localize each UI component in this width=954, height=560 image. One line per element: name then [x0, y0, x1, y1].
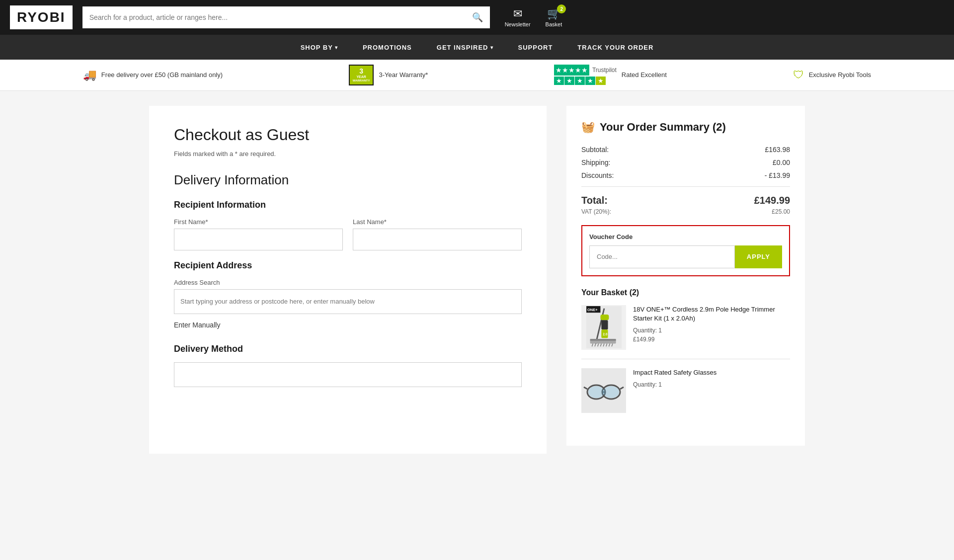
navigation: SHOP BY ▾ PROMOTIONS GET INSPIRED ▾ SUPP…	[0, 35, 954, 60]
voucher-section: Voucher Code APPLY	[581, 225, 790, 276]
product-image-1: ONE+ ONE+	[581, 305, 626, 350]
voucher-row: APPLY	[589, 245, 782, 268]
chevron-down-icon: ▾	[335, 45, 338, 50]
promo-delivery: 🚚 Free delivery over £50 (GB mainland on…	[83, 69, 223, 81]
discounts-label: Discounts:	[581, 171, 614, 179]
svg-text:ONE+: ONE+	[587, 308, 597, 313]
nav-item-support[interactable]: SUPPORT	[518, 44, 553, 51]
shipping-row: Shipping: £0.00	[581, 159, 790, 166]
basket-item: ONE+ ONE+	[581, 305, 790, 359]
nav-item-promotions[interactable]: PROMOTIONS	[363, 44, 412, 51]
vat-value: £25.00	[772, 208, 790, 215]
basket-item-2: Impact Rated Safety Glasses Quantity: 1	[581, 368, 790, 422]
recipient-info-title: Recipient Information	[174, 200, 522, 210]
first-name-input[interactable]	[174, 229, 343, 250]
vat-row: VAT (20%): £25.00	[581, 208, 790, 215]
shipping-value: £0.00	[773, 159, 790, 166]
last-name-group: Last Name*	[353, 218, 522, 250]
address-search-input[interactable]	[174, 289, 522, 314]
search-bar: 🔍	[82, 6, 490, 28]
product-image-2	[581, 368, 626, 413]
svg-point-25	[588, 386, 604, 398]
total-row: Total: £149.99	[581, 195, 790, 206]
last-name-label: Last Name*	[353, 218, 522, 226]
header: RYOBI 🔍 ✉ Newsletter 🛒 2 Basket	[0, 0, 954, 35]
newsletter-label: Newsletter	[505, 21, 531, 27]
order-summary: 🧺 Your Order Summary (2) Subtotal: £163.…	[566, 106, 805, 446]
checkout-form: Checkout as Guest Fields marked with a *…	[149, 106, 547, 454]
promo-exclusive: 🛡 Exclusive Ryobi Tools	[793, 69, 871, 81]
delivery-truck-icon: 🚚	[83, 69, 96, 81]
last-name-input[interactable]	[353, 229, 522, 250]
basket-link[interactable]: 🛒 2 Basket	[546, 7, 562, 27]
exclusive-text: Exclusive Ryobi Tools	[809, 71, 871, 79]
basket-item-info-2: Impact Rated Safety Glasses Quantity: 1	[633, 368, 790, 413]
first-name-label: First Name*	[174, 218, 343, 226]
summary-divider	[581, 186, 790, 187]
warranty-badge: 3 YEAR WARRANTY	[349, 65, 374, 85]
basket-item-info-1: 18V ONE+™ Cordless 2.9m Pole Hedge Trimm…	[633, 305, 790, 350]
delivery-method-box	[174, 362, 522, 387]
item-qty-2: Quantity: 1	[633, 381, 790, 388]
item-price-1: £149.99	[633, 336, 790, 343]
vat-label: VAT (20%):	[581, 208, 611, 215]
nav-label: TRACK YOUR ORDER	[577, 44, 653, 51]
total-value: £149.99	[754, 195, 790, 206]
address-search-label: Address Search	[174, 279, 522, 286]
name-row: First Name* Last Name*	[174, 218, 522, 250]
svg-rect-16	[601, 320, 608, 330]
delivery-method-title: Delivery Method	[174, 344, 522, 354]
promo-warranty: 3 YEAR WARRANTY 3-Year Warranty*	[349, 65, 428, 85]
nav-label: SHOP BY	[301, 44, 333, 51]
apply-button[interactable]: APPLY	[735, 245, 782, 268]
voucher-input[interactable]	[589, 245, 735, 268]
promo-bar: 🚚 Free delivery over £50 (GB mainland on…	[0, 60, 954, 91]
discounts-value: - £13.99	[765, 171, 790, 179]
nav-label: GET INSPIRED	[437, 44, 488, 51]
basket-label: Basket	[546, 21, 562, 27]
basket-section-title: Your Basket (2)	[581, 288, 790, 297]
nav-item-get-inspired[interactable]: GET INSPIRED ▾	[437, 44, 493, 51]
recipient-address-title: Recipient Address	[174, 260, 522, 271]
svg-rect-15	[600, 315, 609, 320]
search-input[interactable]	[89, 13, 472, 21]
item-qty-1: Quantity: 1	[633, 327, 790, 334]
search-button[interactable]: 🔍	[472, 12, 483, 23]
svg-text:2.0: 2.0	[603, 332, 608, 336]
voucher-label: Voucher Code	[589, 233, 782, 240]
newsletter-link[interactable]: ✉ Newsletter	[505, 7, 531, 27]
subtotal-label: Subtotal:	[581, 146, 609, 154]
newsletter-icon: ✉	[513, 7, 522, 20]
nav-item-shop-by[interactable]: SHOP BY ▾	[301, 44, 338, 51]
subtotal-row: Subtotal: £163.98	[581, 146, 790, 154]
trustpilot-text: Rated Excellent	[622, 71, 667, 79]
svg-rect-6	[590, 339, 616, 341]
first-name-group: First Name*	[174, 218, 343, 250]
required-note: Fields marked with a * are required.	[174, 150, 522, 158]
nav-item-track-order[interactable]: TRACK YOUR ORDER	[577, 44, 653, 51]
enter-manually-link[interactable]: Enter Manually	[174, 321, 522, 329]
nav-label: PROMOTIONS	[363, 44, 412, 51]
discounts-row: Discounts: - £13.99	[581, 171, 790, 179]
delivery-info-title: Delivery Information	[174, 172, 522, 188]
shield-icon: 🛡	[793, 69, 804, 81]
header-icons: ✉ Newsletter 🛒 2 Basket	[505, 7, 562, 27]
promo-trustpilot: ★★★★★ Trustpilot ★ ★ ★ ★ ★ Rated Excelle…	[554, 65, 667, 85]
checkout-title: Checkout as Guest	[174, 126, 522, 144]
item-name-2: Impact Rated Safety Glasses	[633, 368, 790, 377]
main-content: Checkout as Guest Fields marked with a *…	[119, 91, 835, 469]
subtotal-value: £163.98	[765, 146, 790, 154]
svg-point-26	[603, 386, 619, 398]
basket-icon: 🧺	[581, 121, 595, 134]
chevron-down-icon: ▾	[490, 45, 493, 50]
order-summary-title: 🧺 Your Order Summary (2)	[581, 121, 790, 134]
promo-delivery-text: Free delivery over £50 (GB mainland only…	[101, 71, 223, 79]
item-name-1: 18V ONE+™ Cordless 2.9m Pole Hedge Trimm…	[633, 305, 790, 323]
product-svg-1: ONE+ ONE+	[585, 306, 623, 348]
product-svg-2	[581, 368, 626, 413]
delivery-method-section: Delivery Method	[174, 344, 522, 387]
shipping-label: Shipping:	[581, 159, 610, 166]
warranty-text: 3-Year Warranty*	[379, 71, 428, 79]
basket-count: 2	[557, 4, 566, 13]
logo[interactable]: RYOBI	[10, 5, 73, 29]
